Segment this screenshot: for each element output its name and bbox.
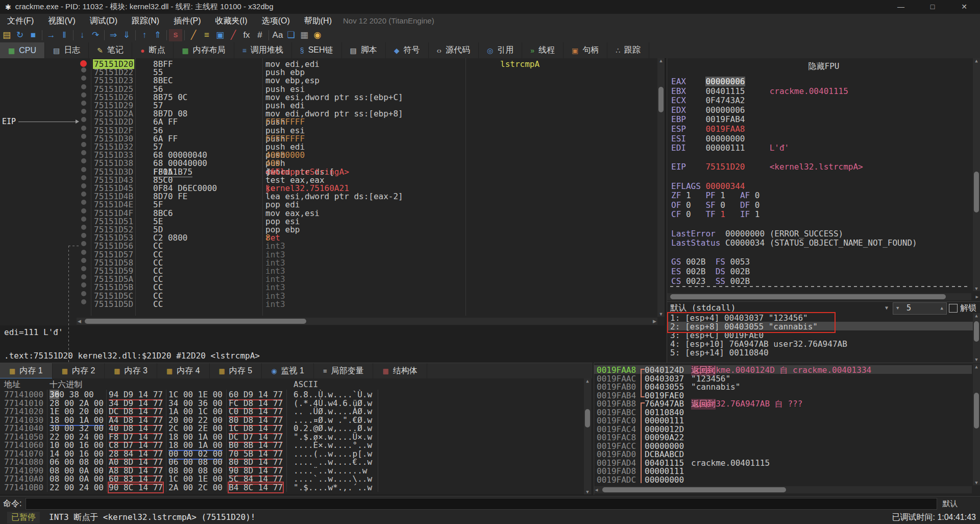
open-folder-icon[interactable]: ▤ xyxy=(0,29,13,41)
menu-item-调试(D)[interactable]: 调试(D) xyxy=(83,14,125,28)
register-line[interactable] xyxy=(671,172,676,181)
execute-till-return-icon[interactable]: ⇒ xyxy=(107,29,120,41)
disasm-row[interactable]: 75151D57CCint3 xyxy=(0,250,653,258)
scroll-down-icon[interactable]: ▼ xyxy=(973,286,980,291)
disasm-row[interactable]: 75151D4385C0test eax,eax xyxy=(0,175,653,183)
register-line[interactable]: ESI 00000000 xyxy=(671,134,745,144)
stack-row[interactable]: 0019FAB876A947AB返回到 user32.76A947AB 自 ??… xyxy=(594,399,972,408)
scroll-thumb[interactable] xyxy=(974,321,979,342)
scroll-up-icon[interactable]: ▲ xyxy=(657,58,665,63)
tab-调用堆栈[interactable]: ≡调用堆栈 xyxy=(234,42,292,58)
trace-icon[interactable]: ╱ xyxy=(227,29,240,41)
register-line[interactable]: ES 002B DS 002B xyxy=(671,267,750,276)
register-line[interactable]: LastError 00000000 (ERROR_SUCCESS) xyxy=(671,229,843,239)
step-over-icon[interactable]: ↷ xyxy=(89,29,102,41)
register-line[interactable]: EAX 00000006 xyxy=(671,77,745,86)
disasm-hscrollbar[interactable]: ◀ ▶ xyxy=(77,318,657,325)
disasm-row[interactable]: 75151D4B8D70 FElea esi,dword ptr ds:[eax… xyxy=(0,192,653,200)
breakpoint-slot-icon[interactable] xyxy=(81,67,86,73)
stop-icon[interactable]: ■ xyxy=(27,29,40,41)
dump-tab-监视 1[interactable]: ◉监视 1 xyxy=(262,363,314,379)
disasm-row[interactable]: 75151D53C2 0800ret 8 xyxy=(0,233,653,241)
dump-row[interactable]: 7714109008 00 0A 00A8 8D 14 7708 00 08 0… xyxy=(0,466,582,474)
scroll-right-icon[interactable]: ▶ xyxy=(976,294,978,299)
register-line[interactable]: GS 002B FS 0053 xyxy=(671,257,750,267)
register-line[interactable]: ECX 0F4743A2 xyxy=(671,96,745,105)
scroll-down-icon[interactable]: ▼ xyxy=(584,489,591,494)
step-down-icon[interactable]: ⇓ xyxy=(120,29,133,41)
scroll-left-icon[interactable]: ◀ xyxy=(78,319,81,324)
unlock-checkbox[interactable] xyxy=(949,304,958,313)
argument-row[interactable]: 4: [esp+10] 76A947AB user32.76A947AB xyxy=(670,339,976,348)
scroll-thumb[interactable] xyxy=(602,487,786,492)
command-input[interactable] xyxy=(26,498,937,510)
breakpoint-slot-icon[interactable] xyxy=(81,233,86,238)
dump-row[interactable]: 7714104030 00 32 0040 D8 14 772C 00 2E 0… xyxy=(0,423,582,432)
register-line[interactable]: CS 0023 SS 002B xyxy=(671,276,750,286)
disasm-row[interactable]: 75151D3368 00000040push 40000000 xyxy=(0,150,653,158)
breakpoint-slot-icon[interactable] xyxy=(81,225,86,230)
register-line[interactable]: EIP 75151D20 <kernel32.lstrcmpA> xyxy=(671,162,863,172)
breakpoint-slot-icon[interactable] xyxy=(81,241,86,246)
minimize-button[interactable]: — xyxy=(885,0,917,14)
scroll-down-icon[interactable]: ▼ xyxy=(973,357,980,362)
disassembly-pane[interactable]: 75151D208BFFmov edi,edilstrcmpA75151D225… xyxy=(0,58,665,325)
disasm-row[interactable]: 75151D5DCCint3 xyxy=(0,299,653,307)
dump-row[interactable]: 7714100036 00 38 0094 D9 14 771C 00 1E 0… xyxy=(0,390,582,398)
breakpoint-slot-icon[interactable] xyxy=(81,84,86,89)
menu-item-文件(F)[interactable]: 文件(F) xyxy=(0,14,41,28)
breakpoint-icon[interactable] xyxy=(80,60,87,67)
disasm-row[interactable]: 75151D2957push edi xyxy=(0,101,653,109)
dump-row[interactable]: 7714106010 00 16 00C8 D7 14 7718 00 1A 0… xyxy=(0,440,582,449)
argument-row[interactable]: 2: [esp+8] 00403055 "cannabis" xyxy=(667,322,980,330)
tab-引用[interactable]: ◎引用 xyxy=(479,42,522,58)
scroll-left-icon[interactable]: ◀ xyxy=(595,487,598,492)
maximize-button[interactable]: □ xyxy=(917,0,948,14)
register-line[interactable]: LastStatus C0000034 (STATUS_OBJECT_NAME_… xyxy=(671,238,917,248)
scroll-right-icon[interactable]: ▶ xyxy=(653,319,656,324)
lightbulb-icon[interactable]: ◉ xyxy=(311,29,324,41)
dump-row[interactable]: 7714105022 00 24 00F8 D7 14 7718 00 1A 0… xyxy=(0,432,582,441)
argument-row[interactable]: 3: [esp+C] 0019FAE0 xyxy=(670,330,976,339)
dump-tab-局部变量[interactable]: ≡局部变量 xyxy=(314,363,374,379)
registers-vscrollbar[interactable]: ▲ ▼ xyxy=(973,58,980,291)
stack-row[interactable]: 0019FADC00000000 xyxy=(594,475,972,484)
stack-row[interactable]: 0019FAD800000111 xyxy=(594,466,972,475)
disasm-row[interactable]: 75151D208BFFmov edi,edilstrcmpA xyxy=(0,59,653,67)
register-line[interactable]: EBP 0019FAB4 xyxy=(671,114,745,124)
memory-dump-pane[interactable]: 地址 十六进制 ASCII 7714100036 00 38 0094 D9 1… xyxy=(0,378,593,494)
restart-icon[interactable]: ↻ xyxy=(13,29,27,41)
dump-row[interactable]: 7714108006 00 08 00A0 8D 14 7706 00 08 0… xyxy=(0,457,582,466)
disasm-vscrollbar[interactable]: ▲ ▼ xyxy=(657,58,665,317)
scroll-thumb[interactable] xyxy=(658,87,664,112)
disasm-row[interactable]: 75151D59CCint3 xyxy=(0,266,653,274)
command-profile-select[interactable]: 默认 xyxy=(942,499,958,509)
disasm-row[interactable]: 75151D4E5Fpop edi xyxy=(0,200,653,208)
argument-row[interactable]: 1: [esp+4] 00403037 "123456" xyxy=(670,313,976,322)
tab-脚本[interactable]: ▤脚本 xyxy=(342,42,386,58)
disasm-row[interactable]: 75151D5CCCint3 xyxy=(0,291,653,299)
calculator-icon[interactable]: ▦ xyxy=(298,29,311,41)
stack-row[interactable]: 0019FAD400401115crackme.00401115 xyxy=(594,458,972,467)
hash-icon[interactable]: # xyxy=(253,29,266,41)
breakpoint-slot-icon[interactable] xyxy=(81,150,86,155)
breakpoint-slot-icon[interactable] xyxy=(81,117,86,122)
register-line[interactable]: EDI 00000111 L'đ' xyxy=(671,143,789,153)
close-button[interactable]: ✕ xyxy=(948,0,980,14)
stack-row[interactable]: 0019FAC40000012D xyxy=(594,424,972,433)
dump-row[interactable]: 771410201E 00 20 00DC D8 14 771A 00 1C 0… xyxy=(0,407,582,415)
breakpoint-slot-icon[interactable] xyxy=(81,250,86,255)
dump-tab-结构体[interactable]: ▦结构体 xyxy=(373,363,427,379)
breakpoint-slot-icon[interactable] xyxy=(81,299,86,304)
disasm-row[interactable]: 75151D515Epop esi xyxy=(0,217,653,225)
breakpoint-slot-icon[interactable] xyxy=(81,208,86,213)
disasm-row[interactable]: 75151D268B75 0Cmov esi,dword ptr ss:[ebp… xyxy=(0,92,653,101)
stack-row[interactable]: 0019FABC00110840 xyxy=(594,408,972,416)
stack-row[interactable]: 0019FAC800090A22 xyxy=(594,433,972,441)
disasm-row[interactable]: 75151D2255push ebp xyxy=(0,67,653,76)
scroll-thumb[interactable] xyxy=(85,319,306,324)
dump-row[interactable]: 7714101028 00 2A 0034 D9 14 7734 00 36 0… xyxy=(0,398,582,407)
menu-item-跟踪(N)[interactable]: 跟踪(N) xyxy=(125,14,166,28)
tab-线程[interactable]: »线程 xyxy=(522,42,564,58)
breakpoint-slot-icon[interactable] xyxy=(81,274,86,279)
